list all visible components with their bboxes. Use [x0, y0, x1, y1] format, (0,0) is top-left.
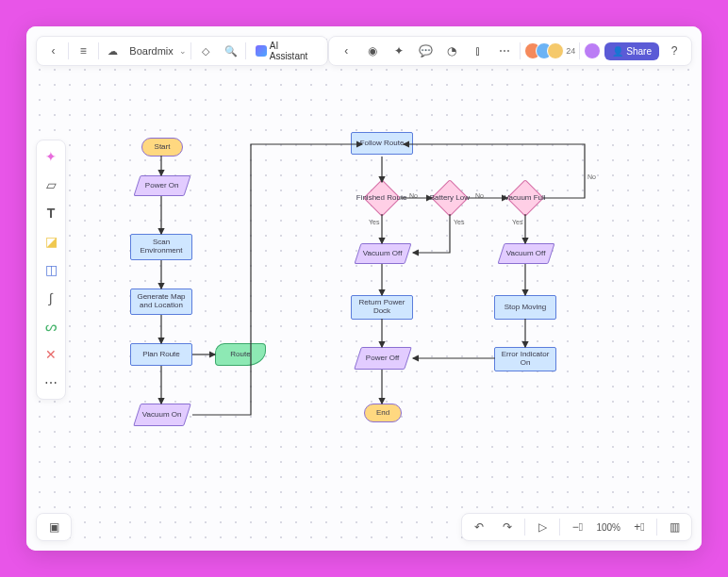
menu-button[interactable]: ≡ [73, 40, 94, 62]
more-button[interactable]: ⋯ [493, 40, 516, 62]
pointer-button[interactable]: ▷ [531, 516, 554, 538]
node-follow-route[interactable]: Follow Route [351, 132, 413, 155]
edge-no-2: No [475, 192, 484, 199]
node-error-indicator[interactable]: Error Indicator On [494, 347, 556, 371]
frame-tool[interactable]: ▱ [41, 174, 61, 195]
topbar-left: ‹ ≡ ☁ Boardmix ⌄ ◇ 🔍 AI Assistant [36, 36, 328, 66]
ai-assistant-button[interactable]: AI Assistant [250, 41, 322, 61]
tag-button[interactable]: ◇ [195, 40, 217, 62]
node-finished-route[interactable]: Finished Route [363, 179, 401, 217]
bottombar-left: ▣ [36, 513, 72, 541]
node-vacuum-full[interactable]: Vacuum Full [506, 179, 544, 217]
edge-yes-3: Yes [512, 219, 522, 225]
back-button[interactable]: ‹ [42, 40, 64, 62]
sparkle-button[interactable]: ✦ [388, 40, 410, 62]
more-tools[interactable]: ⋯ [41, 372, 61, 393]
minimap-button[interactable]: ▥ [663, 516, 686, 538]
sticker-tool[interactable]: ✦ [41, 146, 61, 167]
node-generate-map[interactable]: Generate Map and Location [130, 288, 192, 315]
node-vacuum-on[interactable]: Vacuum On [133, 404, 191, 426]
bottombar: ▣ ↶ ↷ ▷ −⃝ 100% +⃝ ▥ [36, 513, 692, 541]
zoom-in-button[interactable]: +⃝ [628, 516, 651, 538]
pen-tool[interactable]: ᔕ [41, 316, 61, 337]
help-button[interactable]: ? [663, 40, 686, 62]
node-scan[interactable]: Scan Environment [130, 234, 192, 260]
node-power-on[interactable]: Power On [133, 175, 190, 196]
chart-button[interactable]: ⫿ [467, 40, 489, 62]
redo-button[interactable]: ↷ [496, 516, 519, 538]
doc-name[interactable]: Boardmix [127, 45, 174, 57]
undo-button[interactable]: ↶ [468, 516, 490, 538]
edge-yes-2: Yes [454, 219, 464, 225]
node-power-off[interactable]: Power Off [354, 347, 412, 370]
chevron-left-icon[interactable]: ‹ [335, 40, 357, 62]
share-icon: 👤 [612, 46, 623, 57]
app-window: Start Power On Scan Environment Generate… [26, 26, 702, 551]
bottombar-right: ↶ ↷ ▷ −⃝ 100% +⃝ ▥ [461, 513, 692, 541]
play-button[interactable]: ◉ [361, 40, 384, 62]
side-toolbar: ✦ ▱ T ◪ ◫ ∫ ᔕ ✕ ⋯ [36, 140, 66, 400]
user-avatar[interactable] [584, 42, 601, 59]
edge-no-1: No [409, 192, 418, 199]
search-button[interactable]: 🔍 [221, 40, 242, 62]
comment-button[interactable]: 💬 [414, 40, 437, 62]
shape-tool[interactable]: ◫ [41, 259, 61, 280]
connectors [26, 26, 702, 551]
text-tool[interactable]: T [41, 203, 61, 223]
node-vacuum-off-1[interactable]: Vacuum Off [354, 243, 411, 264]
node-plan-route[interactable]: Plan Route [130, 343, 192, 366]
canvas[interactable]: Start Power On Scan Environment Generate… [26, 26, 702, 551]
node-battery-low[interactable]: Battery Low [431, 179, 469, 217]
edge-no-3: No [587, 173, 596, 180]
topbar: ‹ ≡ ☁ Boardmix ⌄ ◇ 🔍 AI Assistant ‹ ◉ ✦ … [36, 36, 692, 66]
node-route-ref[interactable]: Route [215, 343, 266, 366]
zoom-out-button[interactable]: −⃝ [566, 516, 588, 538]
sticky-note-tool[interactable]: ◪ [41, 231, 61, 252]
node-start[interactable]: Start [141, 138, 183, 157]
topbar-right: ‹ ◉ ✦ 💬 ◔ ⫿ ⋯ 24 👤 Share ? [328, 36, 692, 66]
timer-button[interactable]: ◔ [440, 40, 463, 62]
ai-icon [256, 45, 266, 57]
connector-tool[interactable]: ∫ [41, 288, 61, 308]
avatar-stack[interactable]: 24 [524, 42, 575, 59]
share-button[interactable]: 👤 Share [604, 42, 659, 60]
node-stop-moving[interactable]: Stop Moving [494, 295, 556, 320]
highlight-tool[interactable]: ✕ [41, 344, 61, 365]
node-vacuum-off-2[interactable]: Vacuum Off [497, 243, 554, 264]
frames-button[interactable]: ▣ [42, 516, 65, 538]
cloud-icon: ☁ [103, 40, 124, 62]
node-end[interactable]: End [364, 404, 402, 422]
node-return-dock[interactable]: Return Power Dock [351, 295, 413, 320]
edge-yes-1: Yes [369, 219, 379, 225]
zoom-value[interactable]: 100% [594, 522, 622, 533]
